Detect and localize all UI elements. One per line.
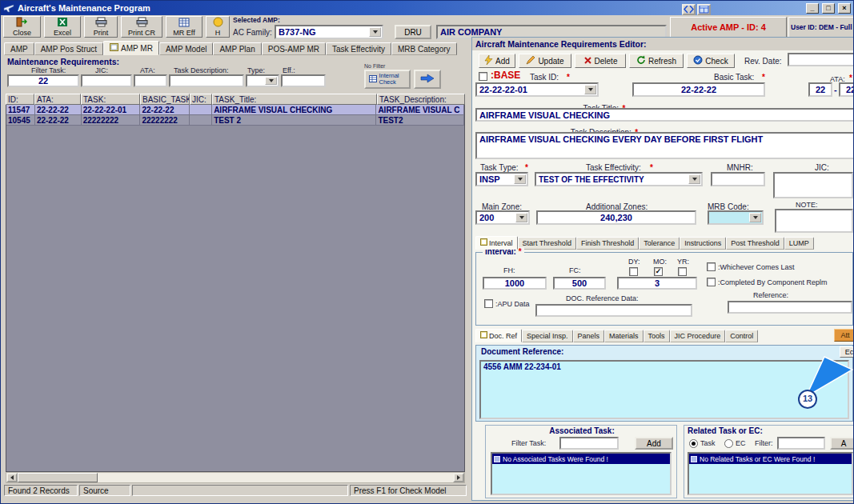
ata-field-2[interactable]: 22: [839, 82, 854, 97]
col-jic[interactable]: JIC:: [190, 94, 212, 105]
jic-field[interactable]: [773, 172, 853, 198]
check-button[interactable]: Check: [687, 54, 735, 68]
apu-data-checkbox[interactable]: [484, 299, 493, 308]
col-task-description[interactable]: TASK_Description:: [377, 94, 465, 105]
scroll-left-button[interactable]: [6, 473, 18, 482]
tab-finish-threshold[interactable]: Finish Threshold: [576, 237, 639, 250]
associated-filter-input[interactable]: [559, 437, 619, 450]
task-description-field[interactable]: AIRFRAME VISUAL CHECKING EVERY DAY BEFOR…: [475, 132, 854, 159]
tab-amp-pos-struct[interactable]: AMP Pos Struct: [34, 42, 103, 55]
task-type-dropdown[interactable]: INSP: [475, 172, 528, 186]
reference-field[interactable]: [728, 301, 852, 314]
basic-task-field[interactable]: 22-22-22: [632, 82, 765, 97]
col-id[interactable]: ID:: [6, 94, 34, 105]
tab-instructions[interactable]: Instructions: [680, 237, 726, 250]
mo-interval-field[interactable]: 3: [617, 277, 697, 290]
tab-amp[interactable]: AMP: [4, 42, 34, 55]
fc-field[interactable]: 500: [553, 277, 606, 290]
dru-button[interactable]: DRU: [395, 25, 431, 39]
apply-filter-button[interactable]: [414, 70, 441, 89]
tab-pos-amp-mr[interactable]: POS-AMP MR: [262, 42, 326, 55]
filter-jic-input[interactable]: [81, 74, 132, 87]
tab-doc-ref[interactable]: Doc. Ref: [475, 329, 522, 342]
maximize-button[interactable]: □: [822, 3, 835, 14]
tab-tolerance[interactable]: Tolerance: [639, 237, 680, 250]
whichever-checkbox[interactable]: [707, 262, 716, 271]
fh-field[interactable]: 1000: [483, 277, 547, 290]
print-button[interactable]: Print: [84, 16, 118, 38]
tab-panels[interactable]: Panels: [573, 330, 605, 342]
tab-amp-model[interactable]: AMP Model: [159, 42, 214, 55]
col-ata[interactable]: ATA:: [34, 94, 81, 105]
tab-post-threshold[interactable]: Post Threshold: [726, 237, 784, 250]
doc-reference-data-field[interactable]: [535, 304, 692, 317]
tab-interval[interactable]: Interval: [475, 236, 518, 250]
horizontal-scrollbar[interactable]: [6, 472, 465, 483]
filter-ata-input[interactable]: [134, 74, 167, 87]
tab-mrb-category[interactable]: MRB Category: [391, 42, 457, 55]
internal-check-button[interactable]: Internal Check: [364, 70, 411, 89]
tile-windows-button[interactable]: [697, 4, 711, 15]
associated-add-button[interactable]: Add: [635, 437, 673, 450]
tab-task-effectivity[interactable]: Task Effectivity: [326, 42, 391, 55]
compare-tool-button[interactable]: [682, 4, 696, 15]
add-button[interactable]: Add: [479, 54, 515, 68]
col-task[interactable]: TASK:: [81, 94, 140, 105]
close-window-button[interactable]: ×: [838, 3, 851, 14]
close-button[interactable]: Close: [3, 16, 41, 38]
rev-date-field[interactable]: [788, 53, 854, 66]
associated-task-list[interactable]: No Associated Tasks Were Found !: [491, 452, 672, 495]
mrb-code-dropdown[interactable]: [708, 210, 764, 225]
tab-amp-mr[interactable]: AMP MR: [103, 41, 159, 55]
table-row[interactable]: 10545 22-22-22 22222222 22222222 TEST 2 …: [6, 115, 464, 126]
task-title-field[interactable]: AIRFRAME VISUAL CHECKING: [475, 108, 854, 122]
col-basic-task[interactable]: BASIC_TASK:: [140, 94, 190, 105]
task-effectivity-chevron-down-icon[interactable]: [688, 174, 700, 184]
related-add-button[interactable]: A: [830, 437, 854, 450]
update-button[interactable]: Update: [519, 54, 571, 68]
mo-checkbox[interactable]: ✓: [654, 267, 663, 276]
related-filter-input[interactable]: [777, 437, 825, 450]
filter-eff-input[interactable]: [281, 74, 326, 87]
tab-lump[interactable]: LUMP: [784, 237, 814, 250]
tab-jic-procedure[interactable]: JIC Procedure: [670, 330, 726, 342]
additional-zones-field[interactable]: 240,230: [536, 210, 696, 225]
completed-checkbox[interactable]: [707, 278, 716, 286]
filter-type-dropdown[interactable]: [246, 74, 279, 87]
task-radio[interactable]: [689, 439, 698, 448]
filter-task-description-input[interactable]: [169, 74, 244, 87]
refresh-button[interactable]: Refresh: [629, 54, 684, 68]
scrollbar-thumb[interactable]: [18, 473, 98, 482]
dy-checkbox[interactable]: [629, 267, 638, 276]
mr-eff-button[interactable]: MR Eff: [166, 16, 202, 38]
task-id-dropdown[interactable]: 22-22-22-01: [475, 82, 599, 97]
tab-control[interactable]: Control: [725, 330, 758, 342]
ec-radio[interactable]: [724, 439, 733, 448]
filter-task-input[interactable]: 22: [7, 74, 79, 87]
minimize-button[interactable]: _: [806, 3, 819, 14]
note-field[interactable]: [775, 209, 853, 233]
ata-field-1[interactable]: 22: [808, 82, 832, 97]
table-row-selected[interactable]: 11547 22-22-22 22-22-22-01 22-22-22 AIRF…: [6, 105, 464, 115]
main-zone-chevron-down-icon[interactable]: [515, 213, 527, 222]
related-task-list[interactable]: No Related Tasks or EC Were Found !: [688, 452, 853, 495]
chevron-down-icon[interactable]: [369, 27, 381, 37]
tab-materials[interactable]: Materials: [604, 330, 644, 342]
yr-checkbox[interactable]: [678, 267, 687, 276]
ac-family-dropdown[interactable]: B737-NG: [275, 25, 383, 39]
tab-special-insp[interactable]: Special Insp.: [522, 330, 573, 342]
main-zone-dropdown[interactable]: 200: [475, 210, 530, 225]
task-id-chevron-down-icon[interactable]: [584, 85, 596, 94]
type-chevron-down-icon[interactable]: [265, 77, 277, 85]
tab-amp-plan[interactable]: AMP Plan: [213, 42, 261, 55]
col-task-title[interactable]: TASK_Title:: [212, 94, 377, 105]
attachment-button[interactable]: Att: [834, 329, 854, 342]
help-button[interactable]: H: [206, 16, 230, 38]
tab-tools[interactable]: Tools: [644, 330, 670, 342]
scroll-right-button[interactable]: [453, 473, 464, 482]
base-checkbox[interactable]: [479, 72, 487, 81]
print-cr-button[interactable]: Print CR: [121, 16, 162, 38]
task-effectivity-dropdown[interactable]: TEST OF THE EFFECTIVITY: [535, 172, 703, 186]
delete-button[interactable]: Delete: [575, 54, 626, 68]
mrb-code-chevron-down-icon[interactable]: [749, 213, 761, 222]
